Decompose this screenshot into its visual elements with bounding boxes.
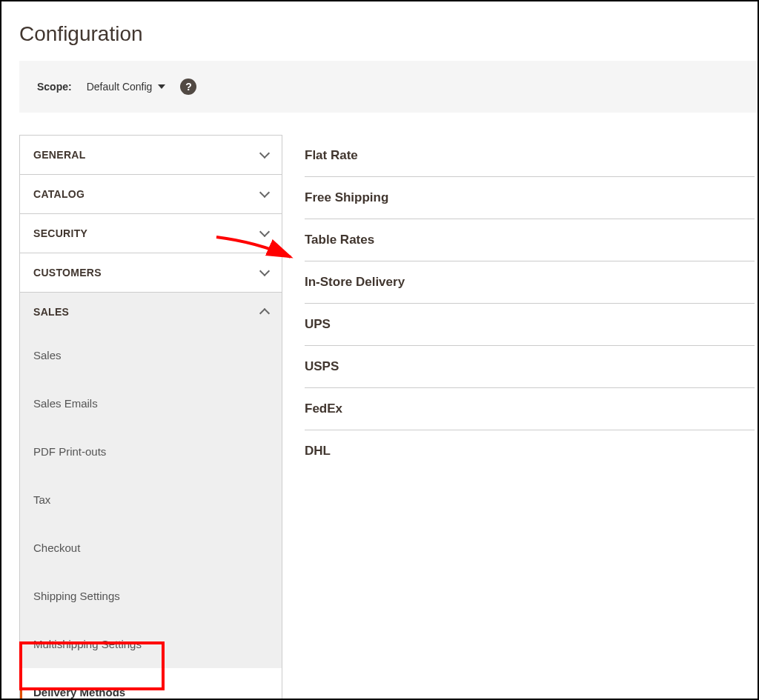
method-in-store-delivery[interactable]: In-Store Delivery	[305, 261, 755, 304]
sidebar-section-label: GENERAL	[33, 149, 86, 161]
sidebar-section-customers[interactable]: CUSTOMERS	[20, 253, 282, 293]
chevron-down-icon	[259, 187, 270, 198]
sidebar-section-label: SALES	[33, 306, 69, 318]
sidebar-section-general[interactable]: GENERAL	[20, 136, 282, 175]
chevron-down-icon	[259, 227, 270, 237]
sidebar-section-label: CATALOG	[33, 188, 84, 200]
page-title: Configuration	[1, 1, 758, 61]
sidebar-section-security[interactable]: SECURITY	[20, 214, 282, 253]
sidebar-item-sales[interactable]: Sales	[20, 331, 282, 379]
sidebar-item-multishipping-settings[interactable]: Multishipping Settings	[20, 620, 282, 668]
sidebar-item-tax[interactable]: Tax	[20, 476, 282, 524]
help-icon[interactable]: ?	[180, 79, 196, 95]
method-fedex[interactable]: FedEx	[305, 388, 755, 430]
sidebar-item-pdf-printouts[interactable]: PDF Print-outs	[20, 427, 282, 476]
sidebar-item-shipping-settings[interactable]: Shipping Settings	[20, 572, 282, 620]
sidebar-item-checkout[interactable]: Checkout	[20, 524, 282, 572]
sidebar-section-sales[interactable]: SALES	[20, 293, 282, 331]
config-sidebar: GENERAL CATALOG SECURITY CUSTOMERS SALES…	[19, 135, 282, 700]
method-usps[interactable]: USPS	[305, 346, 755, 388]
scope-selector[interactable]: Default Config	[87, 81, 166, 93]
method-free-shipping[interactable]: Free Shipping	[305, 177, 755, 219]
chevron-down-icon	[259, 148, 270, 159]
sidebar-section-label: SECURITY	[33, 227, 87, 239]
scope-value: Default Config	[87, 81, 153, 93]
chevron-down-icon	[259, 266, 270, 276]
scope-label: Scope:	[37, 81, 72, 93]
method-table-rates[interactable]: Table Rates	[305, 219, 755, 261]
sidebar-section-catalog[interactable]: CATALOG	[20, 175, 282, 214]
sidebar-sales-subitems: Sales Sales Emails PDF Print-outs Tax Ch…	[20, 331, 282, 700]
sidebar-item-delivery-methods[interactable]: Delivery Methods	[20, 668, 282, 700]
scope-bar: Scope: Default Config ?	[19, 61, 758, 113]
method-ups[interactable]: UPS	[305, 304, 755, 346]
delivery-methods-panel: Flat Rate Free Shipping Table Rates In-S…	[305, 135, 758, 472]
sidebar-section-label: CUSTOMERS	[33, 267, 102, 279]
method-dhl[interactable]: DHL	[305, 430, 755, 472]
sidebar-item-sales-emails[interactable]: Sales Emails	[20, 379, 282, 427]
caret-down-icon	[158, 84, 165, 89]
chevron-up-icon	[259, 308, 270, 319]
method-flat-rate[interactable]: Flat Rate	[305, 135, 755, 177]
